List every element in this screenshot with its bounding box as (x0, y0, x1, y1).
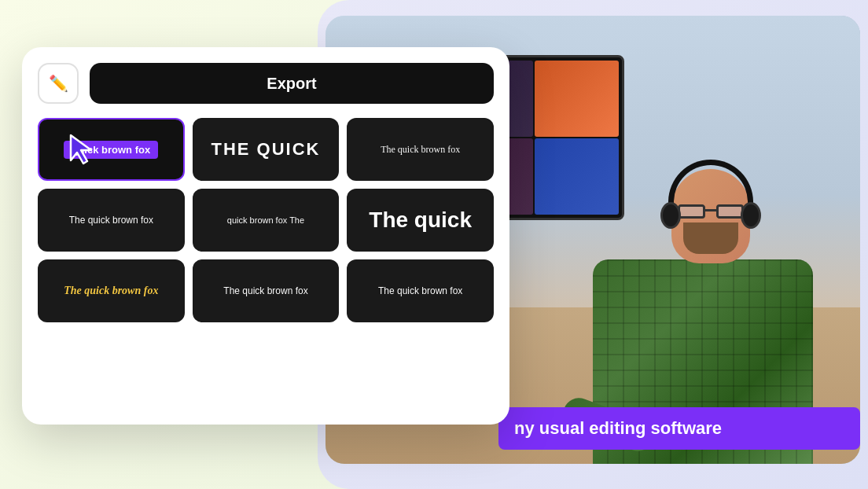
export-button[interactable]: Export (90, 63, 494, 104)
subtitle-text: ny usual editing software (514, 418, 722, 439)
cursor-pointer (68, 132, 96, 170)
font-style-9[interactable]: The quick brown fox (347, 259, 494, 322)
headphone-cup-left (660, 202, 681, 229)
subtitle-bar: ny usual editing software (498, 407, 860, 450)
pencil-button[interactable]: ✏️ (38, 63, 79, 104)
monitor-cell-3 (535, 61, 619, 137)
font-style-2-text: THE QUICK (211, 139, 320, 160)
person-head (671, 169, 750, 263)
font-selector-card: ✏️ Export quick brown fox THE QUICK (22, 47, 509, 425)
font-style-4[interactable]: The quick brown fox (38, 189, 185, 252)
font-style-3-text: The quick brown fox (381, 144, 460, 156)
font-style-5[interactable]: quick brown fox The (193, 189, 340, 252)
font-style-8-text: The quick brown fox (223, 285, 307, 296)
cursor-svg (68, 132, 96, 167)
export-label: Export (267, 75, 316, 93)
headphone-band (668, 160, 753, 211)
font-style-9-text: The quick brown fox (378, 285, 462, 296)
font-style-8[interactable]: The quick brown fox (193, 259, 340, 322)
font-style-3[interactable]: The quick brown fox (347, 118, 494, 181)
pencil-icon: ✏️ (49, 74, 68, 93)
font-style-4-text: The quick brown fox (69, 215, 153, 226)
font-style-2[interactable]: THE QUICK (193, 118, 340, 181)
monitor-cell-6 (535, 138, 619, 215)
headphone-cup-right (741, 202, 761, 229)
font-style-5-text: quick brown fox The (227, 215, 304, 225)
font-style-grid: quick brown fox THE QUICK The quick brow… (38, 118, 494, 322)
card-topbar: ✏️ Export (38, 63, 494, 104)
font-style-6[interactable]: The quick (347, 189, 494, 252)
font-style-7[interactable]: The quick brown fox (38, 259, 185, 322)
beard (683, 222, 738, 254)
font-style-1[interactable]: quick brown fox (38, 118, 185, 181)
font-style-6-text: The quick (369, 208, 472, 233)
scene: ny usual editing software ✏️ Export quic… (0, 0, 868, 489)
font-style-7-text: The quick brown fox (64, 285, 158, 297)
